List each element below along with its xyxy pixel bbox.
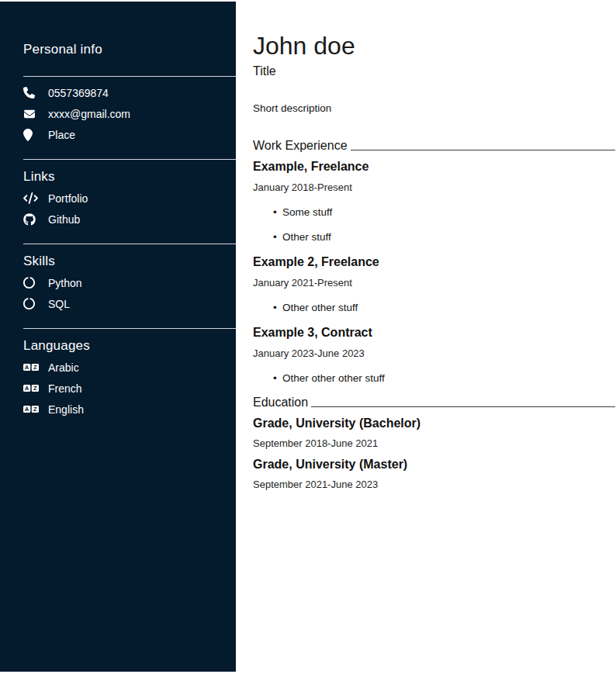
svg-text:Z: Z: [33, 406, 37, 413]
sidebar: Personal info 0557369874 xxxx@gmail.com …: [0, 2, 236, 672]
candidate-name: John doe: [253, 33, 616, 60]
work-entry: Example 2, Freelance January 2021-Presen…: [253, 254, 616, 314]
svg-text:A: A: [25, 385, 29, 392]
work-entry: Example 3, Contract January 2023-June 20…: [253, 325, 616, 385]
circle-notch-icon: [23, 298, 39, 309]
job-role: Example, Freelance: [253, 159, 616, 174]
svg-text:Z: Z: [33, 364, 37, 371]
sidebar-section-title-skills: Skills: [23, 254, 236, 269]
section-rule: [351, 150, 615, 150]
resume-body: John doe Title Short description Work Ex…: [253, 0, 616, 490]
language-label: English: [48, 403, 84, 416]
degree-title: Grade, University (Master): [253, 457, 616, 472]
job-dates: January 2023-June 2023: [253, 347, 616, 359]
sidebar-divider: [23, 76, 236, 77]
language-item-arabic: AZ Arabic: [23, 357, 236, 378]
envelope-icon: [23, 109, 39, 119]
education-heading: Education: [253, 396, 616, 410]
github-link-label: Github: [48, 213, 80, 226]
language-item-french: AZ French: [23, 378, 236, 399]
work-entry: Example, Freelance January 2018-Present …: [253, 159, 616, 244]
job-bullets: Other other other stuff: [253, 372, 616, 385]
job-dates: January 2021-Present: [253, 277, 616, 289]
language-icon: AZ: [23, 384, 39, 392]
job-bullet: Some stuff: [273, 206, 616, 219]
language-icon: AZ: [23, 405, 39, 413]
svg-text:Z: Z: [33, 385, 37, 392]
contact-item-email: xxxx@gmail.com: [23, 103, 236, 124]
phone-icon: [23, 87, 39, 99]
link-item-portfolio[interactable]: Portfolio: [23, 188, 236, 209]
skill-label: SQL: [48, 298, 70, 310]
code-icon: [23, 192, 39, 204]
candidate-title: Title: [253, 64, 616, 78]
sidebar-section-title-languages: Languages: [23, 338, 236, 354]
education-heading-label: Education: [253, 396, 308, 410]
location-pin-icon: [23, 129, 39, 141]
language-item-english: AZ English: [23, 399, 236, 420]
contact-item-place: Place: [23, 124, 236, 145]
portfolio-link-label: Portfolio: [48, 192, 88, 205]
language-icon: AZ: [23, 363, 39, 372]
github-icon: [23, 213, 39, 226]
place-label: Place: [48, 129, 75, 141]
job-bullet: Other stuff: [273, 231, 616, 244]
sidebar-divider: [23, 159, 236, 160]
degree-title: Grade, University (Bachelor): [253, 416, 616, 430]
job-dates: January 2018-Present: [253, 181, 616, 193]
sidebar-section-title-links: Links: [23, 169, 236, 185]
job-bullets: Other other stuff: [253, 302, 616, 314]
language-label: Arabic: [48, 361, 79, 374]
education-entry: Grade, University (Bachelor) September 2…: [253, 416, 616, 449]
job-role: Example 3, Contract: [253, 325, 616, 340]
email-address: xxxx@gmail.com: [48, 108, 130, 120]
sidebar-divider: [23, 328, 236, 329]
short-description: Short description: [253, 102, 616, 115]
svg-text:A: A: [25, 364, 29, 371]
skill-label: Python: [48, 277, 82, 289]
degree-dates: September 2018-June 2021: [253, 437, 616, 449]
work-experience-heading-label: Work Experience: [253, 139, 348, 153]
skill-item-python: Python: [23, 272, 236, 293]
section-rule: [311, 406, 615, 407]
skill-item-sql: SQL: [23, 293, 236, 314]
language-label: French: [48, 382, 82, 395]
job-bullet: Other other stuff: [273, 302, 616, 314]
sidebar-section-title-personal-info: Personal info: [23, 42, 236, 57]
phone-number: 0557369874: [48, 87, 109, 99]
job-role: Example 2, Freelance: [253, 254, 616, 269]
svg-text:A: A: [25, 406, 29, 413]
education-entry: Grade, University (Master) September 202…: [253, 457, 616, 490]
contact-item-phone: 0557369874: [23, 82, 236, 103]
degree-dates: September 2021-June 2023: [253, 479, 616, 490]
job-bullets: Some stuff Other stuff: [253, 206, 616, 244]
sidebar-divider: [23, 244, 236, 244]
link-item-github[interactable]: Github: [23, 209, 236, 230]
circle-notch-icon: [23, 277, 39, 289]
work-experience-heading: Work Experience: [253, 139, 616, 153]
job-bullet: Other other other stuff: [273, 372, 616, 385]
